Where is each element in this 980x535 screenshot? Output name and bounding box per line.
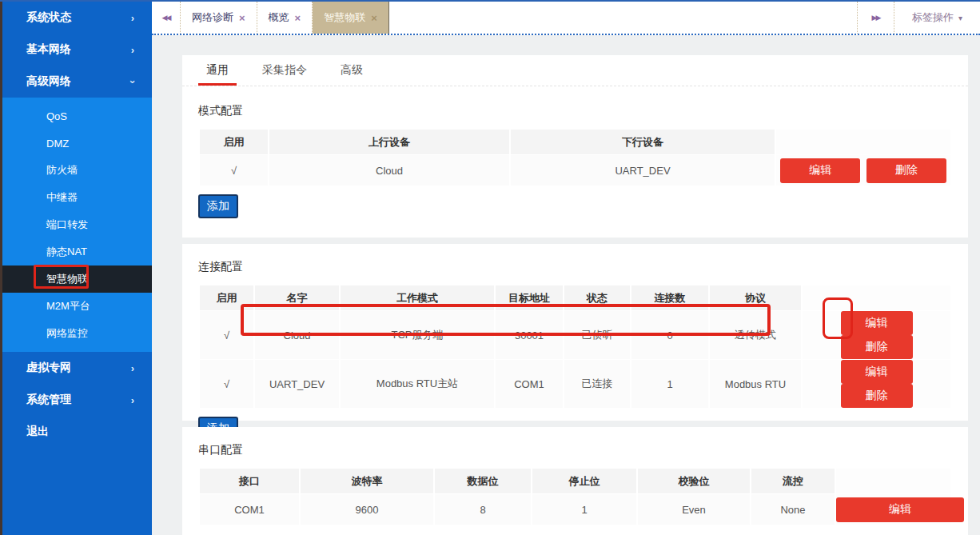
- cell-interface: COM1: [200, 494, 299, 525]
- sidebar-item-qos[interactable]: QoS: [2, 102, 152, 130]
- close-icon[interactable]: ×: [239, 12, 245, 24]
- cell-name: Cloud: [255, 311, 339, 359]
- serial-config-table: 接口 波特率 数据位 停止位 校验位 流控 COM1 9600 8 1 Even…: [198, 468, 952, 525]
- cell-parity: Even: [638, 494, 750, 525]
- delete-button[interactable]: 删除: [866, 158, 946, 183]
- delete-button[interactable]: 删除: [841, 335, 913, 359]
- row-actions: 编辑: [836, 494, 950, 525]
- sidebar-item-port-forwarding[interactable]: 端口转发: [2, 211, 152, 238]
- column-header: 名字: [255, 285, 339, 310]
- cell-enabled: √: [200, 360, 253, 408]
- edit-button[interactable]: 编辑: [836, 497, 964, 522]
- chevron-right-icon: ›: [131, 44, 134, 56]
- tab-overview[interactable]: 概览 ×: [257, 2, 313, 34]
- mode-config-table: 启用 上行设备 下行设备 √ Cloud UART_DEV 编辑 删除: [198, 129, 952, 186]
- tab-network-diagnosis[interactable]: 网络诊断 ×: [181, 2, 257, 34]
- edit-button[interactable]: 编辑: [841, 360, 913, 384]
- section-title: 模式配置: [198, 86, 952, 129]
- sidebar-item-label: 系统管理: [26, 393, 71, 407]
- tab-actions-dropdown[interactable]: 标签操作 ▾: [894, 2, 980, 34]
- section-title: 串口配置: [198, 427, 952, 468]
- sidebar-item-static-nat[interactable]: 静态NAT: [2, 238, 152, 266]
- table-header-row: 接口 波特率 数据位 停止位 校验位 流控: [200, 469, 950, 493]
- close-icon[interactable]: ×: [371, 12, 377, 24]
- cell-target-address: COM1: [496, 360, 563, 408]
- connection-config-section: 连接配置 启用 名字 工作模式 目标地址 状态 连接数 协议 √ Cloud T…: [182, 244, 968, 421]
- scroll-tabs-left-button[interactable]: ◀◀: [152, 2, 181, 34]
- mode-config-section: 模式配置 启用 上行设备 下行设备 √ Cloud UART_DEV 编辑 删除: [182, 86, 968, 218]
- edit-button[interactable]: 编辑: [780, 158, 860, 183]
- column-header: 启用: [200, 130, 268, 154]
- table-header-row: 启用 名字 工作模式 目标地址 状态 连接数 协议: [200, 285, 950, 310]
- sidebar-item-dmz[interactable]: DMZ: [2, 130, 152, 157]
- sidebar-item-repeater[interactable]: 中继器: [2, 184, 152, 211]
- column-header: 波特率: [301, 469, 433, 493]
- cell-status: 已侦听: [564, 311, 630, 359]
- cell-protocol: 透传模式: [710, 311, 801, 359]
- sidebar: 系统状态 › 基本网络 › 高级网络 › QoS DMZ 防火墙 中继器 端口转…: [0, 2, 152, 535]
- serial-config-section: 串口配置 接口 波特率 数据位 停止位 校验位 流控 COM1 9600 8 1: [182, 427, 968, 535]
- sidebar-item-vpn[interactable]: 虚拟专网 ›: [2, 352, 152, 384]
- sidebar-item-smart-iot[interactable]: 智慧物联: [2, 266, 152, 293]
- table-header-row: 启用 上行设备 下行设备: [200, 130, 950, 154]
- sidebar-submenu-advanced-network: QoS DMZ 防火墙 中继器 端口转发 静态NAT 智慧物联 M2M平台 网络…: [2, 98, 152, 352]
- cell-target-address: 30001: [496, 311, 563, 359]
- cell-work-mode: Modbus RTU主站: [341, 360, 494, 408]
- sidebar-item-system-status[interactable]: 系统状态 ›: [2, 2, 152, 34]
- cell-stop-bits: 1: [532, 494, 636, 525]
- tab-smart-iot[interactable]: 智慧物联 ×: [313, 2, 389, 34]
- sidebar-item-label: 退出: [26, 425, 49, 439]
- cell-data-bits: 8: [435, 494, 531, 525]
- chevron-right-icon: ›: [131, 12, 134, 24]
- close-icon[interactable]: ×: [295, 12, 301, 24]
- sidebar-item-advanced-network[interactable]: 高级网络 ›: [2, 66, 152, 98]
- chevron-down-icon: ›: [126, 80, 138, 83]
- table-row-cloud: √ Cloud TCP服务端 30001 已侦听 0 透传模式 编辑 删除: [200, 311, 950, 359]
- column-header: 目标地址: [496, 285, 563, 310]
- row-actions: 编辑 删除: [803, 311, 950, 359]
- tab-general[interactable]: 通用: [198, 55, 237, 86]
- delete-button[interactable]: 删除: [841, 384, 913, 408]
- sidebar-item-m2m-platform[interactable]: M2M平台: [2, 293, 152, 320]
- cell-status: 已连接: [564, 360, 630, 408]
- cell-work-mode: TCP服务端: [341, 311, 494, 359]
- connection-config-table: 启用 名字 工作模式 目标地址 状态 连接数 协议 √ Cloud TCP服务端…: [198, 285, 952, 409]
- double-arrow-left-icon: ◀◀: [162, 14, 170, 22]
- cell-connection-count: 1: [631, 360, 708, 408]
- column-header: 上行设备: [269, 130, 509, 154]
- general-panel: 通用 采集指令 高级 模式配置 启用 上行设备 下行设备 √ Cloud UAR…: [182, 55, 968, 238]
- chevron-right-icon: ›: [131, 362, 134, 374]
- cell-upstream-device: Cloud: [269, 155, 509, 186]
- cell-downstream-device: UART_DEV: [511, 155, 775, 186]
- chevron-right-icon: ›: [131, 394, 134, 406]
- cell-baud-rate: 9600: [301, 494, 433, 525]
- sidebar-item-network-monitor[interactable]: 网络监控: [2, 320, 152, 347]
- add-button[interactable]: 添加: [198, 194, 238, 218]
- sidebar-item-label: 系统状态: [26, 10, 71, 25]
- cell-enabled: √: [200, 311, 253, 359]
- app-page: 系统状态 › 基本网络 › 高级网络 › QoS DMZ 防火墙 中继器 端口转…: [0, 0, 980, 535]
- sidebar-item-system-management[interactable]: 系统管理 ›: [2, 384, 152, 416]
- row-actions: 编辑 删除: [776, 155, 950, 186]
- column-header: 停止位: [532, 469, 636, 493]
- column-header: 数据位: [435, 469, 531, 493]
- sidebar-item-label: 高级网络: [26, 74, 71, 89]
- column-header: 协议: [710, 285, 801, 310]
- column-header: 接口: [200, 469, 299, 493]
- tabbar-spacer: [389, 2, 857, 34]
- column-header: 流控: [751, 469, 835, 493]
- column-header: 状态: [564, 285, 630, 310]
- sidebar-item-firewall[interactable]: 防火墙: [2, 157, 152, 184]
- sidebar-item-label: 基本网络: [26, 42, 71, 57]
- column-header: 工作模式: [341, 285, 494, 310]
- table-row-com1: COM1 9600 8 1 Even None 编辑: [200, 494, 950, 525]
- sidebar-item-basic-network[interactable]: 基本网络 ›: [2, 34, 152, 66]
- sidebar-item-label: 虚拟专网: [26, 361, 71, 375]
- sidebar-item-logout[interactable]: 退出: [2, 416, 152, 448]
- scroll-tabs-right-button[interactable]: ▶▶: [857, 2, 894, 34]
- tab-advanced[interactable]: 高级: [333, 55, 371, 86]
- tab-collect-command[interactable]: 采集指令: [254, 55, 315, 86]
- content-tabs: 通用 采集指令 高级: [182, 55, 968, 86]
- edit-button[interactable]: 编辑: [841, 311, 913, 335]
- column-header: 启用: [200, 285, 253, 310]
